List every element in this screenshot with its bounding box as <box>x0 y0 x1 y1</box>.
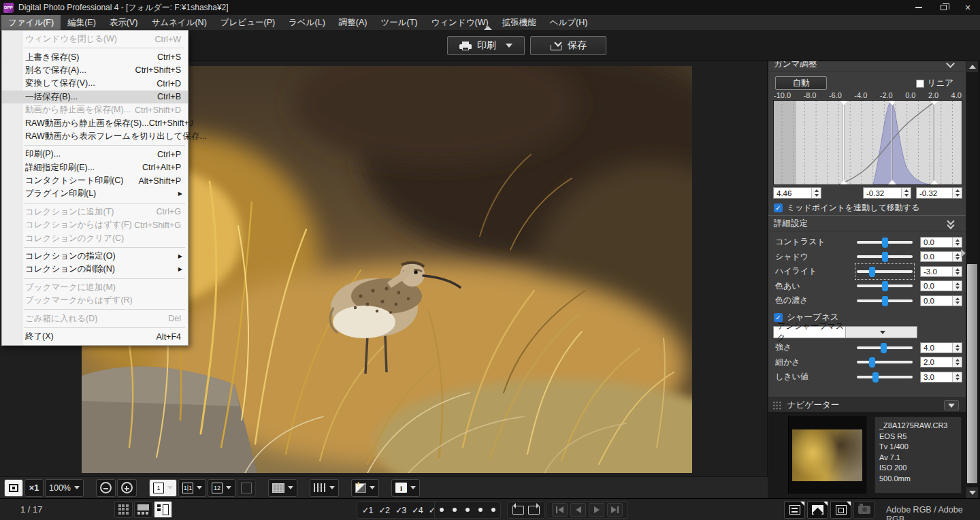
menubar-item[interactable]: 編集(E) <box>61 15 103 30</box>
midpoint-link-checkbox[interactable]: ✓ ミッドポイントを連動して移動する <box>774 202 919 214</box>
histogram[interactable] <box>773 100 962 185</box>
menubar-item[interactable]: ファイル(F) <box>1 15 61 30</box>
histogram-mid-marker[interactable] <box>892 101 892 184</box>
menubar-item[interactable]: プレビュー(P) <box>214 15 282 30</box>
spinner-arrows[interactable] <box>952 343 962 353</box>
fineness-spinbox[interactable]: 2.0 <box>920 357 962 368</box>
layout-left-thumbs-button[interactable] <box>154 501 172 518</box>
menubar-item[interactable]: ラベル(L) <box>282 15 332 30</box>
rotate-left-icon[interactable] <box>512 506 524 515</box>
spinner-arrows[interactable] <box>952 238 962 247</box>
zoom-in-button[interactable] <box>117 479 137 497</box>
spinner-arrows[interactable] <box>952 281 962 291</box>
slider-thumb[interactable] <box>882 281 888 291</box>
gamma-right-spinbox[interactable]: -0.32 <box>916 187 962 199</box>
saturation-slider[interactable] <box>857 295 913 307</box>
split-view-button[interactable]: 12 <box>208 479 235 497</box>
menubar-item[interactable]: ヘルプ(H) <box>543 15 595 30</box>
panel-collapse-arrow[interactable] <box>961 249 966 257</box>
layout-bottom-thumbs-button[interactable] <box>134 501 152 518</box>
previous-image-button[interactable] <box>570 503 586 517</box>
grip-icon[interactable] <box>772 401 782 410</box>
layout-grid-button[interactable] <box>114 501 133 518</box>
hue-slider[interactable] <box>857 280 913 292</box>
slider-thumb[interactable] <box>869 267 875 277</box>
stamp-tool-button[interactable] <box>351 479 379 497</box>
pixel-grid-button[interactable] <box>310 479 339 497</box>
spinner-arrows[interactable] <box>952 296 962 306</box>
checkbox-unchecked-icon[interactable] <box>916 80 924 88</box>
print-dropdown-icon[interactable] <box>506 44 512 48</box>
gamma-mid-spinbox[interactable]: -0.32 <box>863 187 911 199</box>
chevron-down-icon[interactable] <box>946 61 955 68</box>
file-menu-item[interactable]: コレクションの指定(O)▶ <box>2 250 188 263</box>
file-menu-item[interactable]: 別名で保存(A)...Ctrl+Shift+S <box>2 64 188 77</box>
histogram-left-marker[interactable] <box>843 101 844 184</box>
slider-thumb[interactable] <box>882 252 888 262</box>
spinner-arrows[interactable] <box>952 252 962 261</box>
saturation-spinbox[interactable]: 0.0 <box>920 295 962 306</box>
sharpness-mode-dropdown[interactable]: アンシャープマスク <box>773 326 917 338</box>
rating-check-button[interactable]: ✓2 <box>378 505 389 515</box>
spinner-arrows[interactable] <box>952 357 962 367</box>
file-menu-item[interactable]: RAW動画から静止画を保存(S)...Ctrl+Shift+J <box>2 116 188 129</box>
shadow-spinbox[interactable]: 0.0 <box>920 251 962 262</box>
chevron-down-icon[interactable] <box>845 327 917 338</box>
fit-to-window-button[interactable] <box>4 479 23 497</box>
histogram-palette-button[interactable] <box>807 501 828 519</box>
fineness-slider[interactable] <box>857 356 913 368</box>
tool-palette-button[interactable] <box>784 501 805 519</box>
double-chevron-down-icon[interactable] <box>948 218 955 228</box>
file-menu-item[interactable]: 終了(X)Alt+F4 <box>2 330 188 343</box>
spinner-arrows[interactable] <box>952 372 962 382</box>
grid-button[interactable] <box>268 479 297 497</box>
minimize-button[interactable] <box>906 0 931 15</box>
highlight-slider[interactable] <box>857 265 913 278</box>
rating-dot-button[interactable] <box>440 508 444 512</box>
next-image-button[interactable] <box>589 503 604 517</box>
menubar-item[interactable]: 表示(V) <box>103 15 145 30</box>
slider-thumb[interactable] <box>881 343 887 353</box>
strength-spinbox[interactable]: 4.0 <box>920 342 962 353</box>
navigator-dropdown-button[interactable] <box>944 400 959 410</box>
threshold-slider[interactable] <box>857 371 913 383</box>
rating-dot-button[interactable] <box>466 508 470 512</box>
checkbox-checked-icon[interactable]: ✓ <box>774 204 783 212</box>
zoom-1x-button[interactable]: ×1 <box>24 479 44 497</box>
zoom-level-dropdown[interactable]: 100% <box>45 479 84 497</box>
histogram-right-marker[interactable] <box>934 101 934 184</box>
compare-view-button[interactable]: 1|1 <box>178 479 206 497</box>
rating-check-button[interactable]: ✓3 <box>395 505 406 515</box>
gamma-left-spinbox[interactable]: 4.46 <box>773 187 821 199</box>
file-menu-item[interactable]: コンタクトシート印刷(C)Alt+Shift+P <box>2 174 188 187</box>
last-image-button[interactable] <box>607 503 623 517</box>
restore-button[interactable] <box>931 0 956 15</box>
rating-dot-button[interactable] <box>491 508 495 512</box>
spinner-arrows[interactable] <box>811 188 821 198</box>
rating-dot-button[interactable] <box>478 508 483 512</box>
file-menu-item[interactable]: 一括保存(B)...Ctrl+B <box>2 91 188 103</box>
preview-palette-button[interactable] <box>830 501 851 519</box>
rating-dot-button[interactable] <box>453 508 457 512</box>
spinner-arrows[interactable] <box>901 188 911 198</box>
close-button[interactable]: ✕ <box>956 0 980 15</box>
menubar-item[interactable]: 調整(A) <box>332 15 374 30</box>
navigator-section-header[interactable]: ナビゲーター <box>768 397 966 412</box>
spinner-arrows[interactable] <box>952 267 962 276</box>
highlight-spinbox[interactable]: -3.0 <box>920 266 962 277</box>
gamma-section-header[interactable]: ガンマ調整 <box>768 61 966 71</box>
zoom-out-button[interactable] <box>96 479 116 497</box>
first-image-button[interactable] <box>552 503 568 517</box>
file-menu-item[interactable]: 詳細指定印刷(E)...Ctrl+Alt+P <box>2 161 188 174</box>
contrast-spinbox[interactable]: 0.0 <box>920 237 962 248</box>
file-menu-item[interactable]: 上書き保存(S)Ctrl+S <box>2 50 188 63</box>
linear-checkbox[interactable]: リニア <box>916 78 953 89</box>
spinner-arrows[interactable] <box>952 188 962 198</box>
save-button[interactable]: 保存 <box>530 36 606 55</box>
panel-scrollbar[interactable] <box>966 61 978 498</box>
rating-check-button[interactable]: ✓4 <box>412 505 422 515</box>
file-menu-item[interactable]: RAW動画から表示フレームを切り出して保存... <box>2 130 188 143</box>
menubar-item[interactable]: ツール(T) <box>374 15 424 30</box>
menubar-item[interactable]: サムネイル(N) <box>144 15 213 30</box>
menubar-item[interactable]: 拡張機能 <box>495 15 543 30</box>
